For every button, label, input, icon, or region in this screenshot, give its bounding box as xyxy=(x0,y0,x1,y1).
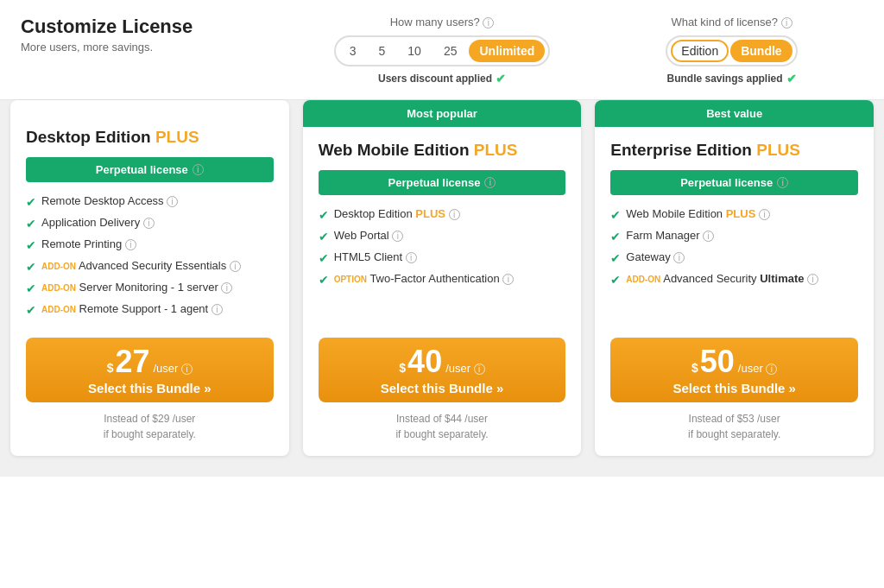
users-pill-group: 3 5 10 25 Unlimited xyxy=(334,35,551,66)
select-btn-text-1: Select this Bundle » xyxy=(329,381,556,395)
feature-text-2-1: Farm Manager i xyxy=(626,229,858,242)
price-button-0[interactable]: $ 27 /user i Select this Bundle » xyxy=(26,338,274,402)
feature-info-icon-1-2[interactable]: i xyxy=(406,252,417,263)
feature-info-icon-1-1[interactable]: i xyxy=(392,231,403,242)
users-discount-label: Users discount applied ✔ xyxy=(378,72,506,85)
addon-label-0-6: ADD-ON xyxy=(41,305,76,314)
price-info-icon-1[interactable]: i xyxy=(474,364,485,375)
instead-text-2: Instead of $53 /userif bought separately… xyxy=(610,411,858,442)
feature-text-0-1: Application Delivery i xyxy=(41,216,274,229)
feature-info-icon-0-6[interactable]: i xyxy=(212,304,223,315)
price-per-2: /user i xyxy=(738,362,778,375)
users-info-icon[interactable]: i xyxy=(483,17,494,28)
feature-item-1-2: ✔HTML5 Client i xyxy=(319,250,566,265)
feature-info-icon-0-2[interactable]: i xyxy=(125,239,136,250)
feature-info-icon-2-1[interactable]: i xyxy=(703,231,714,242)
license-bar-2: Perpetual license i xyxy=(610,170,858,195)
feature-check-icon-0-1: ✔ xyxy=(26,217,36,231)
feature-item-2-4: ✔ADD-ON Advanced Security Ultimate i xyxy=(610,272,858,287)
price-line-0: $ 27 /user i xyxy=(36,346,263,377)
feature-check-icon-1-1: ✔ xyxy=(319,230,329,243)
feature-info-icon-0-1[interactable]: i xyxy=(143,218,155,229)
feature-info-icon-2-0[interactable]: i xyxy=(759,209,770,220)
price-info-icon-2[interactable]: i xyxy=(766,364,777,375)
feature-text-2-2: Gateway i xyxy=(626,250,858,263)
page-subtitle: More users, more savings. xyxy=(21,41,284,54)
feature-item-1-1: ✔Web Portal i xyxy=(319,229,566,243)
bundle-discount-check-icon: ✔ xyxy=(786,72,797,85)
plan-name-1: Web Mobile Edition PLUS xyxy=(319,141,566,160)
users-option-10[interactable]: 10 xyxy=(397,40,432,62)
feature-text-2-0: Web Mobile Edition PLUS i xyxy=(626,207,858,220)
feature-item-0-1: ✔Application Delivery i xyxy=(26,216,274,231)
features-list-1: ✔Desktop Edition PLUS i✔Web Portal i✔HTM… xyxy=(319,207,566,324)
feature-text-0-4: ADD-ON Advanced Security Essentials i xyxy=(41,259,274,272)
users-option-25[interactable]: 25 xyxy=(433,40,468,62)
feature-check-icon-0-5: ✔ xyxy=(26,281,36,295)
feature-info-icon-0-5[interactable]: i xyxy=(221,282,232,294)
select-btn-text-0: Select this Bundle » xyxy=(36,381,263,395)
plans-section: Desktop Edition PLUSPerpetual license i✔… xyxy=(0,100,884,477)
feature-item-0-6: ✔ADD-ON Remote Support - 1 agent i xyxy=(26,302,274,317)
price-per-1: /user i xyxy=(445,362,485,375)
feature-text-0-5: ADD-ON Server Monitoring - 1 server i xyxy=(41,281,274,294)
feature-check-icon-2-1: ✔ xyxy=(610,230,621,243)
feature-item-1-0: ✔Desktop Edition PLUS i xyxy=(319,207,566,222)
price-button-2[interactable]: $ 50 /user i Select this Bundle » xyxy=(610,338,858,402)
users-discount-check-icon: ✔ xyxy=(496,72,506,85)
license-info-icon[interactable]: i xyxy=(781,17,792,28)
instead-text-1: Instead of $44 /userif bought separately… xyxy=(319,411,566,442)
feature-text-1-1: Web Portal i xyxy=(334,229,566,242)
license-option-edition[interactable]: Edition xyxy=(671,40,729,62)
feature-item-0-0: ✔Remote Desktop Access i xyxy=(26,194,274,209)
feature-info-icon-1-0[interactable]: i xyxy=(449,209,460,220)
feature-item-0-4: ✔ADD-ON Advanced Security Essentials i xyxy=(26,259,274,274)
feature-text-1-2: HTML5 Client i xyxy=(334,250,566,263)
feature-check-icon-2-2: ✔ xyxy=(610,251,621,265)
license-option-bundle[interactable]: Bundle xyxy=(730,40,792,62)
price-info-icon-0[interactable]: i xyxy=(181,364,193,375)
feature-text-0-0: Remote Desktop Access i xyxy=(41,194,274,207)
price-line-1: $ 40 /user i xyxy=(329,346,556,377)
page-title: Customize License xyxy=(21,16,284,38)
price-dollar-0: $ xyxy=(107,361,114,375)
feature-item-2-2: ✔Gateway i xyxy=(610,250,858,265)
header-left: Customize License More users, more savin… xyxy=(21,16,284,54)
price-amount-1: 40 xyxy=(407,346,442,377)
price-amount-0: 27 xyxy=(115,346,149,377)
bundle-discount-label: Bundle savings applied ✔ xyxy=(666,72,796,85)
price-line-2: $ 50 /user i xyxy=(621,346,848,377)
feature-check-icon-2-4: ✔ xyxy=(610,273,621,287)
feature-item-2-0: ✔Web Mobile Edition PLUS i xyxy=(610,207,858,222)
price-amount-2: 50 xyxy=(700,346,735,377)
license-bar-info-icon-2[interactable]: i xyxy=(777,177,788,188)
feature-info-icon-0-4[interactable]: i xyxy=(230,261,241,272)
feature-info-icon-0-0[interactable]: i xyxy=(167,196,178,207)
users-option-3[interactable]: 3 xyxy=(339,40,367,62)
users-option-unlimited[interactable]: Unlimited xyxy=(469,40,545,62)
price-per-0: /user i xyxy=(153,362,193,375)
features-list-2: ✔Web Mobile Edition PLUS i✔Farm Manager … xyxy=(610,207,858,324)
plan-badge-2: Best value xyxy=(595,100,874,127)
users-option-5[interactable]: 5 xyxy=(369,40,396,62)
feature-item-0-2: ✔Remote Printing i xyxy=(26,237,274,252)
feature-info-icon-1-4[interactable]: i xyxy=(502,274,514,285)
feature-check-icon-0-0: ✔ xyxy=(26,195,36,209)
price-dollar-2: $ xyxy=(691,361,698,375)
feature-check-icon-2-0: ✔ xyxy=(610,208,621,222)
feature-check-icon-0-6: ✔ xyxy=(26,303,36,317)
price-button-1[interactable]: $ 40 /user i Select this Bundle » xyxy=(319,338,566,402)
addon-label-0-4: ADD-ON xyxy=(41,262,76,271)
plan-card-2: Best valueEnterprise Edition PLUSPerpetu… xyxy=(595,100,874,456)
plans-grid: Desktop Edition PLUSPerpetual license i✔… xyxy=(10,100,874,456)
feature-check-icon-1-0: ✔ xyxy=(319,208,329,222)
license-bar-1: Perpetual license i xyxy=(319,170,566,195)
feature-text-0-2: Remote Printing i xyxy=(41,237,274,250)
license-bar-info-icon-0[interactable]: i xyxy=(193,164,204,175)
users-section: How many users? i 3 5 10 25 Unlimited Us… xyxy=(284,16,600,85)
feature-info-icon-2-4[interactable]: i xyxy=(807,274,818,285)
feature-info-icon-2-2[interactable]: i xyxy=(673,252,685,263)
license-bar-info-icon-1[interactable]: i xyxy=(484,177,496,188)
plan-card-0: Desktop Edition PLUSPerpetual license i✔… xyxy=(10,100,289,456)
plan-body-2: Enterprise Edition PLUSPerpetual license… xyxy=(595,127,874,456)
